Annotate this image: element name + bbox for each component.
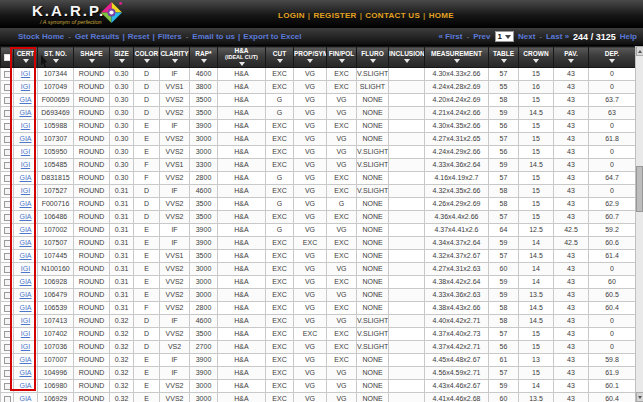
cert-link[interactable]: GIA <box>19 226 31 233</box>
get-results-link[interactable]: Get Results <box>75 32 119 41</box>
column-header-st_no[interactable]: ST. NO. <box>38 47 74 68</box>
column-header-ha[interactable]: H&A(IDEAL CUT) <box>218 47 266 68</box>
row-checkbox[interactable] <box>4 136 11 143</box>
filter-arrow-icon[interactable] <box>53 59 59 63</box>
email-to-us-link[interactable]: Email to us <box>192 32 235 41</box>
reset-link[interactable]: Reset <box>128 32 150 41</box>
prev-page-link[interactable]: Prev <box>473 32 490 41</box>
column-header-fin_pol[interactable]: FIN/POL <box>327 47 357 68</box>
export-to-excel-link[interactable]: Export to Excel <box>243 32 301 41</box>
row-checkbox[interactable] <box>4 149 11 156</box>
help-link[interactable]: Help <box>620 32 637 41</box>
column-header-color[interactable]: COLOR <box>134 47 160 68</box>
scrollbar-thumb[interactable] <box>636 166 643 212</box>
cert-link[interactable]: GIA <box>19 395 31 402</box>
filter-arrow-icon[interactable] <box>277 59 283 63</box>
row-checkbox[interactable] <box>4 97 11 104</box>
login-link[interactable]: LOGIN <box>278 11 305 20</box>
row-checkbox[interactable] <box>4 240 11 247</box>
column-header-inclusion[interactable]: INCLUSION <box>389 47 425 68</box>
filter-arrow-icon[interactable] <box>501 59 507 63</box>
contact-us-link[interactable]: CONTACT US <box>365 11 420 20</box>
row-checkbox[interactable] <box>4 357 11 364</box>
filter-arrow-icon[interactable] <box>609 59 615 63</box>
filter-arrow-icon[interactable] <box>89 59 95 63</box>
cert-link[interactable]: IGI <box>21 265 30 272</box>
cert-link[interactable]: GIA <box>19 239 31 246</box>
cert-link[interactable]: GIA <box>19 96 31 103</box>
row-checkbox[interactable] <box>4 110 11 117</box>
cert-link[interactable]: GIA <box>19 278 31 285</box>
cert-link[interactable]: IGI <box>21 83 30 90</box>
filter-arrow-icon[interactable] <box>454 59 460 63</box>
filter-arrow-icon[interactable] <box>172 59 178 63</box>
cert-link[interactable]: GIA <box>19 174 31 181</box>
column-header-rap[interactable]: RAP* <box>190 47 218 68</box>
filters-link[interactable]: Filters <box>158 32 182 41</box>
column-header-measurement[interactable]: MEASUREMENT <box>425 47 489 68</box>
row-checkbox[interactable] <box>4 123 11 130</box>
row-checkbox[interactable] <box>4 201 11 208</box>
scroll-down-button[interactable] <box>636 392 643 402</box>
column-header-crown[interactable]: CROWN <box>519 47 554 68</box>
row-checkbox[interactable] <box>4 344 11 351</box>
cert-link[interactable]: GIA <box>19 291 31 298</box>
row-checkbox[interactable] <box>4 71 11 78</box>
row-checkbox[interactable] <box>4 370 11 377</box>
cert-link[interactable]: IGI <box>21 148 30 155</box>
row-checkbox[interactable] <box>4 162 11 169</box>
cert-link[interactable]: IGI <box>21 161 30 168</box>
cert-link[interactable]: IGI <box>21 122 30 129</box>
filter-arrow-icon[interactable] <box>239 62 245 66</box>
last-page-link[interactable]: Last » <box>546 32 569 41</box>
column-header-cert[interactable]: CERT <box>14 47 38 68</box>
row-checkbox[interactable] <box>4 227 11 234</box>
cert-link[interactable]: IGI <box>21 317 30 324</box>
cert-link[interactable]: GIA <box>19 213 31 220</box>
column-header-clarity[interactable]: CLARITY <box>160 47 190 68</box>
row-checkbox[interactable] <box>4 84 11 91</box>
cert-link[interactable]: GIA <box>19 369 31 376</box>
vertical-scrollbar[interactable] <box>635 46 643 402</box>
filter-arrow-icon[interactable] <box>119 59 125 63</box>
column-header-dep[interactable]: DEP. <box>589 47 636 68</box>
first-page-link[interactable]: « First <box>438 32 462 41</box>
row-checkbox[interactable] <box>4 266 11 273</box>
cert-link[interactable]: GIA <box>19 356 31 363</box>
column-header-shape[interactable]: SHAPE <box>74 47 110 68</box>
column-header-prop_sym[interactable]: PROP/SYM <box>294 47 327 68</box>
cert-link[interactable]: IGI <box>21 343 30 350</box>
page-select[interactable]: 1 <box>495 31 514 42</box>
filter-arrow-icon[interactable] <box>568 59 574 63</box>
filter-arrow-icon[interactable] <box>370 59 376 63</box>
cert-link[interactable]: GIA <box>19 252 31 259</box>
row-checkbox[interactable] <box>4 331 11 338</box>
row-checkbox[interactable] <box>4 305 11 312</box>
row-checkbox[interactable] <box>4 318 11 325</box>
column-header-size[interactable]: SIZE <box>110 47 134 68</box>
cert-link[interactable]: GIA <box>19 109 31 116</box>
row-checkbox[interactable] <box>4 279 11 286</box>
row-checkbox[interactable] <box>4 396 11 402</box>
column-header-fluro[interactable]: FLURO <box>357 47 389 68</box>
cert-link[interactable]: IGI <box>21 187 30 194</box>
cert-link[interactable]: GIA <box>19 382 31 389</box>
filter-arrow-icon[interactable] <box>307 59 313 63</box>
cert-link[interactable]: IGI <box>21 330 30 337</box>
column-header-pav[interactable]: PAV. <box>554 47 589 68</box>
row-checkbox[interactable] <box>4 383 11 390</box>
row-checkbox[interactable] <box>4 188 11 195</box>
karp-logo[interactable]: K.A.R.P. / A synonym of perfection <box>32 2 105 25</box>
filter-arrow-icon[interactable] <box>339 59 345 63</box>
filter-arrow-icon[interactable] <box>144 59 150 63</box>
cert-link[interactable]: GIA <box>19 135 31 142</box>
stock-home-link[interactable]: Stock Home <box>18 32 64 41</box>
home-link[interactable]: HOME <box>429 11 454 20</box>
row-checkbox[interactable] <box>4 253 11 260</box>
scroll-up-button[interactable] <box>636 46 643 56</box>
column-header-cut[interactable]: CUT <box>266 47 294 68</box>
select-all-checkbox[interactable] <box>4 54 11 61</box>
filter-arrow-icon[interactable] <box>23 59 29 63</box>
cert-link[interactable]: GIA <box>19 200 31 207</box>
column-header-table[interactable]: TABLE <box>489 47 519 68</box>
